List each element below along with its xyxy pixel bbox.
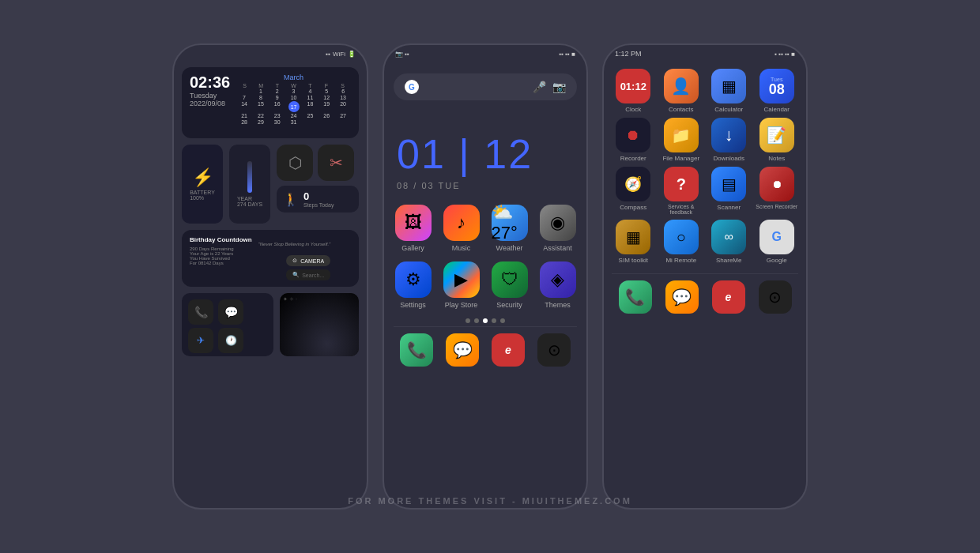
scanner-label: Scanner — [717, 204, 741, 211]
call-row-2: ✈ 🕐 — [188, 328, 267, 353]
page-indicator — [394, 315, 577, 326]
app-music[interactable]: ♪ Music — [442, 205, 481, 252]
themes-icon: ◈ — [540, 261, 576, 298]
shareme-icon: ∞ — [711, 220, 746, 254]
message-icon[interactable]: 💬 — [218, 299, 243, 325]
app-services[interactable]: ? Services & feedback — [660, 167, 703, 215]
compass-label: Compass — [620, 204, 646, 211]
hexagon-app-icon[interactable]: ⬡ — [277, 145, 313, 181]
camera-button[interactable]: ⊙ CAMERA — [286, 255, 330, 266]
search-bar-large[interactable]: G 🎤 📷 — [394, 73, 577, 100]
services-icon: ? — [664, 167, 699, 201]
dock-phone-icon[interactable]: 📞 — [400, 333, 433, 367]
app-icons-row: ⬡ ✂ — [277, 145, 359, 181]
dock3-camera-icon[interactable]: ⊙ — [759, 280, 792, 314]
status-left-2: 📷 ▪▪ — [395, 51, 409, 58]
status-time-3: 1:12 PM — [615, 50, 642, 58]
birthday-title: Birthday Countdown — [190, 236, 252, 243]
google-label: Google — [767, 257, 787, 264]
weather-icon: ⛅ 27° — [492, 205, 528, 241]
app-screenrecorder[interactable]: ⏺ Screen Recorder — [756, 167, 799, 215]
app-weather[interactable]: ⛅ 27° Weather — [490, 205, 529, 252]
app-playstore[interactable]: ▶ Play Store — [442, 261, 481, 309]
star-decoration: ✦ ✧ · — [283, 296, 297, 303]
dock3-browser-icon[interactable]: e — [712, 280, 745, 314]
recorder-icon: ⏺ — [616, 118, 650, 152]
dock3-message-icon[interactable]: 💬 — [665, 280, 699, 314]
calendar-days: 123456 78910111213 14151617181920 212223… — [236, 88, 351, 125]
compass-icon: 🧭 — [616, 167, 650, 201]
calendar-month: March — [236, 73, 351, 81]
clock-minute: 12 — [484, 131, 533, 177]
battery-icon: ⚡ — [192, 167, 213, 188]
app-google[interactable]: G Google — [756, 220, 799, 264]
app-security[interactable]: 🛡 Security — [490, 261, 529, 309]
clock-display: 01 | 12 — [397, 130, 574, 178]
calculator-icon: ▦ — [711, 69, 746, 103]
clock-date: 08 / 03 TUE — [397, 181, 574, 190]
birthday-info: Birthday Countdown 290 Days Remaining Yo… — [190, 236, 252, 280]
steps-label: Steps Today — [303, 202, 334, 208]
app-calendar[interactable]: Tues 08 Calendar — [756, 69, 799, 113]
dock3-phone-icon[interactable]: 📞 — [619, 280, 652, 314]
app-miremote[interactable]: ○ Mi Remote — [660, 220, 703, 264]
tools-app-icon[interactable]: ✂ — [318, 145, 354, 181]
app-shareme[interactable]: ∞ ShareMe — [707, 220, 751, 264]
clock-app-label: Clock — [625, 106, 641, 113]
security-icon: 🛡 — [492, 261, 528, 298]
app-clock[interactable]: 01:12 Clock — [612, 69, 655, 113]
playstore-icon: ▶ — [443, 261, 480, 298]
app-filemanager[interactable]: 📁 File Manager — [660, 118, 703, 162]
music-icon: ♪ — [443, 205, 480, 241]
google-app-icon: G — [760, 220, 794, 254]
settings-icon: ⚙ — [395, 261, 432, 298]
app-assistant[interactable]: ◉ Assistant — [538, 205, 577, 252]
clock-icon-small[interactable]: 🕐 — [218, 328, 243, 353]
status-bar-2: 📷 ▪▪ ▪▪ ▪▪ ■ — [384, 45, 586, 62]
birthday-quote: "Never Stop Believing in Yourself." — [258, 236, 331, 252]
filemanager-label: File Manager — [662, 155, 699, 162]
app-notes[interactable]: 📝 Notes — [756, 118, 799, 162]
dock-browser-icon[interactable]: e — [492, 333, 525, 367]
phone-call-icon[interactable]: 📞 — [188, 299, 213, 325]
app-compass[interactable]: 🧭 Compass — [612, 167, 655, 215]
app-downloads[interactable]: ↓ Downloads — [707, 118, 751, 162]
shareme-label: ShareMe — [716, 257, 741, 264]
year-widget: YEAR274 DAYS — [229, 145, 270, 224]
dock-message-icon[interactable]: 💬 — [446, 333, 479, 367]
simtoolkit-label: SIM toolkit — [619, 257, 648, 264]
app-themes[interactable]: ◈ Themes — [538, 261, 577, 309]
year-label: YEAR274 DAYS — [237, 196, 262, 207]
battery-label: BATTERY100% — [190, 190, 215, 201]
row-2-widgets: ⚡ BATTERY100% YEAR274 DAYS ⬡ ✂ 🚶 0 Steps… — [182, 145, 359, 224]
battery-widget: ⚡ BATTERY100% — [182, 145, 223, 224]
clock-separator: | — [446, 131, 484, 177]
send-icon[interactable]: ✈ — [188, 328, 213, 353]
status-bar-1: ▪▪ WiFi 🔋 — [174, 45, 367, 62]
dock-camera-icon[interactable]: ⊙ — [537, 333, 571, 367]
recorder-label: Recorder — [620, 155, 646, 162]
photo-widget: ✦ ✧ · PHOTO live — [280, 293, 359, 356]
themes-label: Themes — [545, 301, 571, 309]
calendar-widget: 02:36 Tuesday 2022/09/08 March SMTWTFS 1… — [182, 67, 359, 138]
gallery-label: Gallery — [401, 244, 424, 252]
calendar-grid: March SMTWTFS 123456 78910111213 1415161… — [236, 73, 351, 132]
steps-runner-icon: 🚶 — [283, 192, 299, 207]
lens-icon: 📷 — [552, 81, 566, 93]
status-bar-3: 1:12 PM ▪ ▪▪ ▪▪ ■ — [604, 45, 806, 62]
search-bar-small[interactable]: 🔍 Search... — [286, 269, 330, 280]
security-label: Security — [496, 301, 522, 309]
app-contacts[interactable]: 👤 Contacts — [660, 69, 703, 113]
app-settings[interactable]: ⚙ Settings — [394, 261, 432, 309]
year-progress-bar — [247, 161, 252, 193]
weather-label: Weather — [496, 244, 523, 252]
app-scanner[interactable]: ▤ Scanner — [707, 167, 751, 215]
steps-widget: 🚶 0 Steps Today — [277, 186, 359, 213]
clock-widget: 01 | 12 08 / 03 TUE — [394, 130, 577, 190]
app-recorder[interactable]: ⏺ Recorder — [612, 118, 655, 162]
photo-background — [280, 293, 359, 356]
app-gallery[interactable]: 🖼 Gallery — [394, 205, 432, 252]
app-calculator[interactable]: ▦ Calculator — [707, 69, 751, 113]
app-simtoolkit[interactable]: ▦ SIM toolkit — [612, 220, 655, 264]
calendar-date: 2022/09/08 — [190, 100, 230, 107]
